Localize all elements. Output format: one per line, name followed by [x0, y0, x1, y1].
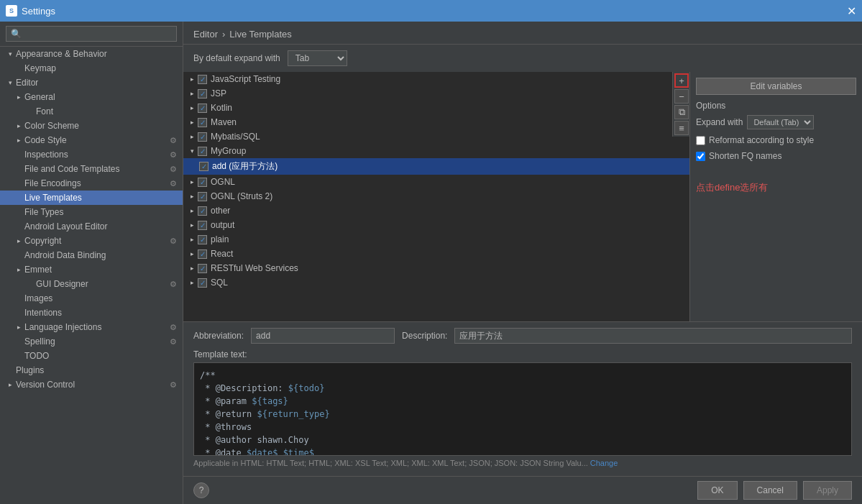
change-link[interactable]: Change	[590, 459, 618, 467]
template-code[interactable]: /** * @Description: ${todo} * @param ${t…	[193, 362, 852, 456]
sidebar-item-code-style[interactable]: ▸Code Style⚙	[0, 133, 183, 147]
sidebar-item-gui-designer[interactable]: GUI Designer⚙	[0, 277, 183, 291]
group-arrow: ▸	[188, 178, 196, 186]
group-checkbox[interactable]: ✓	[198, 221, 207, 230]
group-label: JavaScript Testing	[211, 74, 280, 84]
group-label: output	[211, 220, 234, 230]
close-button[interactable]: ✕	[847, 4, 856, 18]
sidebar-item-file-types[interactable]: File Types	[0, 205, 183, 219]
sidebar-item-copyright[interactable]: ▸Copyright⚙	[0, 234, 183, 248]
sidebar-item-font[interactable]: Font	[0, 104, 183, 119]
sidebar-item-inspections[interactable]: Inspections⚙	[0, 147, 183, 162]
group-label: JSP	[211, 88, 226, 98]
sidebar-item-label: Color Scheme	[24, 121, 79, 131]
sidebar-item-images[interactable]: Images	[0, 291, 183, 306]
template-group-ognl[interactable]: ▸ ✓ OGNL	[183, 175, 689, 189]
template-group-output[interactable]: ▸ ✓ output	[183, 218, 689, 232]
sidebar-item-emmet[interactable]: ▸Emmet	[0, 262, 183, 277]
group-label: RESTful Web Services	[211, 263, 298, 273]
group-checkbox[interactable]: ✓	[198, 104, 207, 113]
cancel-button[interactable]: Cancel	[743, 481, 797, 500]
description-input[interactable]	[454, 328, 852, 344]
item-label: add (应用于方法)	[212, 160, 278, 173]
shorten-checkbox[interactable]	[696, 152, 705, 161]
code-line-4: * @return ${return_type}	[200, 408, 845, 421]
group-checkbox[interactable]: ✓	[198, 118, 207, 127]
breadcrumb-current: Live Templates	[229, 29, 291, 40]
expand-select[interactable]: Tab Enter Space	[288, 50, 347, 66]
sidebar-item-live-templates[interactable]: Live Templates	[0, 191, 183, 205]
group-arrow: ▾	[188, 147, 196, 155]
ok-button[interactable]: OK	[697, 481, 737, 500]
expand-with-row: Expand with Default (Tab) Tab Enter Spac…	[696, 115, 856, 129]
help-button[interactable]: ?	[193, 482, 209, 498]
add-template-button[interactable]: +	[674, 73, 689, 88]
copy-template-button[interactable]: ⧉	[674, 105, 689, 119]
code-line-5: * @throws	[200, 421, 845, 434]
group-checkbox[interactable]: ✓	[198, 206, 207, 216]
group-checkbox[interactable]: ✓	[198, 89, 207, 98]
sidebar-item-plugins[interactable]: Plugins	[0, 363, 183, 377]
group-arrow: ▸	[188, 249, 196, 258]
group-label: OGNL	[211, 177, 235, 187]
sidebar-item-label: File and Code Templates	[24, 164, 120, 174]
apply-button[interactable]: Apply	[803, 481, 852, 500]
search-input[interactable]	[6, 26, 177, 42]
sidebar-item-label: Intentions	[24, 308, 62, 318]
sidebar-item-file-encodings[interactable]: File Encodings⚙	[0, 176, 183, 191]
template-group-kotlin[interactable]: ▸ ✓ Kotlin	[183, 101, 689, 115]
group-checkbox[interactable]: ✓	[198, 235, 207, 244]
breadcrumb: Editor › Live Templates	[183, 22, 862, 45]
expand-with-select[interactable]: Default (Tab) Tab Enter Space	[747, 115, 814, 129]
top-bar: By default expand with Tab Enter Space	[183, 45, 862, 72]
group-checkbox[interactable]: ✓	[198, 75, 207, 84]
sidebar-item-todo[interactable]: TODO	[0, 349, 183, 363]
sidebar-item-file-code-templates[interactable]: File and Code Templates⚙	[0, 162, 183, 176]
sidebar-item-label: Android Layout Editor	[24, 221, 107, 232]
gear-icon: ⚙	[170, 150, 177, 160]
template-group-restful-ws[interactable]: ▸ ✓ RESTful Web Services	[183, 261, 689, 275]
group-checkbox[interactable]: ✓	[198, 132, 207, 142]
sidebar-item-version-control[interactable]: ▸Version Control⚙	[0, 377, 183, 392]
sidebar-item-android-layout-editor[interactable]: Android Layout Editor	[0, 219, 183, 234]
sidebar-item-android-data-binding[interactable]: Android Data Binding	[0, 248, 183, 262]
group-checkbox[interactable]: ✓	[198, 147, 207, 156]
sidebar-item-keymap[interactable]: Keymap	[0, 61, 183, 75]
chinese-annotation: 点击define选所有	[696, 182, 768, 193]
template-group-plain[interactable]: ▸ ✓ plain	[183, 232, 689, 247]
template-group-js-testing[interactable]: ▸ ✓ JavaScript Testing	[183, 72, 689, 86]
group-label: React	[211, 249, 233, 259]
group-checkbox[interactable]: ✓	[198, 192, 207, 201]
expand-arrow: ▸	[14, 323, 23, 331]
template-item-add[interactable]: ✓ add (应用于方法)	[183, 158, 689, 175]
sidebar-item-spelling[interactable]: Spelling⚙	[0, 334, 183, 349]
sidebar-item-color-scheme[interactable]: ▸Color Scheme	[0, 119, 183, 133]
sidebar-item-appearance[interactable]: ▾Appearance & Behavior	[0, 47, 183, 61]
remove-template-button[interactable]: −	[674, 89, 689, 104]
annotation-area: 点击define选所有	[696, 181, 856, 194]
sidebar-item-general[interactable]: ▸General	[0, 90, 183, 104]
template-group-ognl-struts2[interactable]: ▸ ✓ OGNL (Struts 2)	[183, 189, 689, 203]
template-group-jsp[interactable]: ▸ ✓ JSP	[183, 86, 689, 101]
move-template-button[interactable]: ≡	[674, 121, 689, 135]
template-group-react[interactable]: ▸ ✓ React	[183, 247, 689, 261]
sidebar-item-editor[interactable]: ▾Editor	[0, 75, 183, 90]
sidebar-item-language-injections[interactable]: ▸Language Injections⚙	[0, 320, 183, 334]
group-checkbox[interactable]: ✓	[198, 249, 207, 259]
title-bar: S Settings ✕	[0, 0, 862, 22]
template-group-maven[interactable]: ▸ ✓ Maven	[183, 115, 689, 129]
group-label: MyGroup	[211, 146, 246, 156]
edit-variables-button[interactable]: Edit variables	[696, 78, 856, 95]
template-group-other[interactable]: ▸ ✓ other	[183, 203, 689, 218]
group-checkbox[interactable]: ✓	[198, 264, 207, 273]
group-checkbox[interactable]: ✓	[198, 278, 207, 288]
sidebar-item-intentions[interactable]: Intentions	[0, 306, 183, 320]
expand-arrow: ▸	[14, 265, 23, 274]
group-checkbox[interactable]: ✓	[198, 178, 207, 187]
template-group-sql[interactable]: ▸ ✓ SQL	[183, 275, 689, 290]
reformat-checkbox[interactable]	[696, 136, 705, 145]
template-group-mybatis-sql[interactable]: ▸ ✓ Mybatis/SQL	[183, 129, 689, 144]
abbreviation-input[interactable]	[251, 328, 395, 344]
template-group-mygroup[interactable]: ▾ ✓ MyGroup	[183, 144, 689, 158]
item-checkbox[interactable]: ✓	[199, 162, 208, 171]
